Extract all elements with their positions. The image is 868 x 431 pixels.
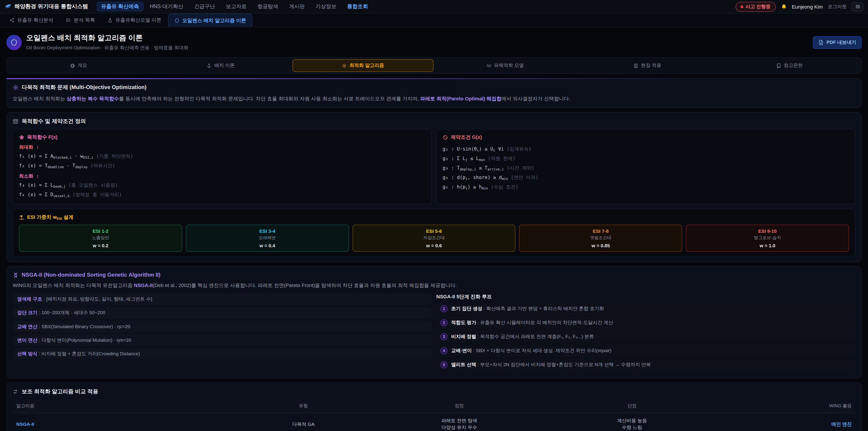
sub-tab[interactable]: 유출유 확산분석 bbox=[4, 13, 59, 27]
esi-shore-type: 자갈조간대 bbox=[355, 235, 513, 241]
objective-function-panel: 목적함수 F(x) 최대화 :f₁ (x) = Σ Ablocked,i · w… bbox=[13, 129, 432, 204]
section-tab-label: 배치 이론 bbox=[215, 62, 235, 69]
nsga-step-name: 초기 집단 생성 bbox=[451, 306, 483, 311]
cell-type: 다목적 GA bbox=[232, 413, 375, 431]
nsga-param-label: 교배 연산 bbox=[17, 324, 37, 329]
pdf-export-button[interactable]: PDF 내보내기 bbox=[813, 36, 862, 49]
sub-tab[interactable]: 유출유확산모델 이론 bbox=[102, 13, 167, 27]
main-nav-item[interactable]: 기상정보 bbox=[311, 1, 341, 12]
incident-status-badge: 사고 진행중 bbox=[736, 2, 776, 11]
constraint-lines: g₁ : U·sin(θi) ≤ Uc ∀i (임계유속)g₂ : Σ Lj ≤… bbox=[442, 144, 849, 192]
section-tab[interactable]: 유체역학 모델 bbox=[435, 59, 576, 72]
wave-icon bbox=[487, 63, 491, 68]
sub-tab-bar: 유출유 확산분석분석 목록유출유확산모델 이론오일펜스 배치 알고리즘 이론 bbox=[0, 13, 868, 27]
logout-button[interactable]: 로그아웃 bbox=[828, 3, 847, 10]
table-column-header: 유형 bbox=[232, 399, 375, 413]
nsga-loop-title: NSGA-II 5단계 진화 루프 bbox=[436, 294, 855, 300]
sub-tab-label: 분석 목록 bbox=[74, 17, 95, 24]
objective-formula-line: f₄ (x) = Σ Dvessel,k (방제정 총 이동거리) bbox=[19, 190, 426, 199]
esi-weight-card: ESI 7-8갯벌조간대w = 0.85 bbox=[519, 225, 682, 252]
dna-icon bbox=[13, 272, 19, 278]
objective-formula-line: f₁ (x) = Σ Ablocked,i · wESI,i (기름 차단면적) bbox=[19, 151, 426, 161]
table-row: NSGA-II다목적 GA파레토 전면 탐색다양성 유지 우수계산비용 높음수렴… bbox=[13, 413, 855, 431]
sub-tab-label: 유출유확산모델 이론 bbox=[115, 17, 161, 24]
constraint-formula-line: g₁ : U·sin(θi) ≤ Uc ∀i (임계유속) bbox=[442, 144, 849, 154]
top-navigation-bar: 해양환경 위기대응 통합시스템 유출유 확산예측HNS·대기확산긴급구난보고자료… bbox=[0, 0, 868, 13]
esi-weight-value: w = 1.0 bbox=[688, 243, 847, 248]
menu-button[interactable] bbox=[852, 2, 864, 11]
nsga-step-text: 적합도 평가 : 유출유 확산 시뮬레이터로 각 배치안의 차단면적·도달시간 … bbox=[451, 319, 613, 326]
nsga-step-text: 엘리트 선택 : 부모+자식 2N 집단에서 비지배 정렬+혼잡도 기준으로 N… bbox=[451, 362, 651, 368]
sub-tab[interactable]: 분석 목록 bbox=[60, 13, 101, 27]
nsga-param-row: 변이 연산 : 다항식 변이(Polynomial Mutation) · ηm… bbox=[13, 335, 432, 346]
main-nav-item[interactable]: 유출유 확산예측 bbox=[96, 1, 144, 12]
section-tab-label: 유체역학 모델 bbox=[494, 62, 524, 69]
incident-status-label: 사고 진행중 bbox=[745, 3, 771, 10]
nsga-step-row: 4교배·변이 : SBX + 다항식 변이로 자식 세대 생성. 제약조건 위반… bbox=[436, 345, 855, 357]
section-tab[interactable]: 참고문헌 bbox=[719, 59, 860, 72]
objective-lines: 최대화 :f₁ (x) = Σ Ablocked,i · wESI,i (기름 … bbox=[19, 144, 426, 199]
esi-range-label: ESI 7-8 bbox=[522, 228, 680, 234]
brand-title: 해양환경 위기대응 통합시스템 bbox=[14, 3, 88, 10]
status-dot-icon bbox=[741, 5, 743, 8]
page-subtitle: Oil Boom Deployment Optimization · 유출유 확… bbox=[26, 45, 188, 51]
section-tab[interactable]: 개요 bbox=[8, 59, 149, 72]
esi-shore-type: 노출암반 bbox=[21, 235, 180, 241]
moo-section-title: 다목적 최적화 문제 (Multi-Objective Optimization… bbox=[13, 84, 855, 91]
esi-weight-value: w = 0.2 bbox=[21, 243, 180, 248]
esi-weight-value: w = 0.85 bbox=[522, 243, 680, 248]
comparison-section-card: 보조 최적화 알고리즘 비교 적용 알고리즘유형장점단점WING 활용 NSGA… bbox=[6, 382, 862, 431]
nsga-param-row: 염색체 구조 : [배치지점 좌표, 방향각도, 길이, 형태, 세그먼트 수] bbox=[13, 294, 432, 305]
nsga-step-name: 적합도 평가 bbox=[451, 319, 476, 325]
step-number-badge: 5 bbox=[440, 361, 447, 368]
nsga-step-name: 비지배 정렬 bbox=[451, 334, 476, 339]
main-nav-item[interactable]: 게시판 bbox=[284, 1, 310, 12]
main-nav-item[interactable]: 통합조회 bbox=[342, 1, 373, 12]
nsga-step-text: 초기 집단 생성 : 확산예측 결과 기반 랜덤 + 휴리스틱 배치안 혼합 초… bbox=[451, 306, 604, 312]
esi-weight-cards: ESI 1-2노출암반w = 0.2ESI 3-4모래해변w = 0.4ESI … bbox=[19, 225, 849, 252]
esi-weight-value: w = 0.4 bbox=[188, 243, 347, 248]
step-number-badge: 1 bbox=[440, 305, 447, 312]
table-column-header: 장점 bbox=[375, 399, 544, 413]
island-icon bbox=[19, 214, 24, 220]
objective-group-label: 최대화 : bbox=[19, 144, 426, 151]
main-content: 다목적 최적화 문제 (Multi-Objective Optimization… bbox=[0, 74, 868, 431]
esi-weight-card: ESI 5-6자갈조간대w = 0.6 bbox=[352, 225, 516, 252]
gear-icon bbox=[342, 63, 347, 68]
sub-tab[interactable]: 오일펜스 배치 알고리즘 이론 bbox=[168, 13, 252, 27]
main-nav-item[interactable]: 보고자료 bbox=[221, 1, 252, 12]
nsga-param-label: 변이 연산 bbox=[17, 337, 37, 343]
shield-icon bbox=[10, 39, 18, 46]
main-nav-item[interactable]: HNS·대기확산 bbox=[145, 1, 188, 12]
anchor-icon bbox=[207, 63, 212, 68]
table-grid-icon bbox=[13, 118, 19, 124]
page-title: 오일펜스 배치 최적화 알고리즘 이론 bbox=[26, 33, 188, 43]
app-logo: 해양환경 위기대응 통합시스템 bbox=[4, 3, 88, 10]
esi-range-label: ESI 1-2 bbox=[21, 228, 180, 234]
esi-weight-card: ESI 1-2노출암반w = 0.2 bbox=[19, 225, 182, 252]
nsga-param-label: 선택 방식 bbox=[17, 351, 37, 356]
section-tab-label: 개요 bbox=[78, 62, 87, 69]
gear-icon bbox=[13, 85, 19, 90]
notification-bell-icon[interactable] bbox=[780, 3, 787, 10]
section-tab[interactable]: 최적화 알고리즘 bbox=[292, 59, 433, 72]
nsga-parameter-list: 염색체 구조 : [배치지점 좌표, 방향각도, 길이, 형태, 세그먼트 수]… bbox=[13, 294, 432, 373]
main-nav-item[interactable]: 긴급구난 bbox=[189, 1, 220, 12]
main-nav: 유출유 확산예측HNS·대기확산긴급구난보고자료항공탐색게시판기상정보통합조회 bbox=[96, 1, 373, 12]
esi-shore-type: 갯벌조간대 bbox=[522, 235, 680, 241]
nsga-step-row: 3비지배 정렬 : 목적함수 공간에서 파레토 전면 계층(F₁, F₂, F₃… bbox=[436, 331, 855, 343]
section-tab-bar: 개요배치 이론최적화 알고리즘유체역학 모델현장 적용참고문헌 bbox=[6, 57, 862, 74]
esi-weight-panel: ESI 가중치 wESI 설계 ESI 1-2노출암반w = 0.2ESI 3-… bbox=[13, 209, 855, 257]
section-tab[interactable]: 배치 이론 bbox=[150, 59, 291, 72]
esi-weight-card: ESI 9-10맹그로브·습지w = 1.0 bbox=[686, 225, 849, 252]
moo-paragraph: 오일펜스 배치 최적화는 상충하는 복수 목적함수를 동시에 만족해야 하는 전… bbox=[13, 95, 855, 102]
main-nav-item[interactable]: 항공탐색 bbox=[252, 1, 283, 12]
table-header-row: 알고리즘유형장점단점WING 활용 bbox=[13, 399, 855, 413]
esi-range-label: ESI 5-6 bbox=[355, 228, 513, 234]
section-tab[interactable]: 현장 적용 bbox=[577, 59, 718, 72]
objective-formula-line: f₂ (x) = Tdeadline - Tdeploy (여유시간) bbox=[19, 161, 426, 171]
definitions-section-title: 목적함수 및 제약조건 정의 bbox=[13, 118, 855, 125]
constraint-formula-line: g₄ : d(pi, shore) ≥ dmin (연안 이격) bbox=[442, 173, 849, 182]
nsga-paragraph: WING의 오일펜스 배치 최적화는 다목적 유전알고리즘 NSGA-II(De… bbox=[13, 282, 855, 289]
nsga-param-label: 집단 크기 bbox=[17, 310, 37, 315]
